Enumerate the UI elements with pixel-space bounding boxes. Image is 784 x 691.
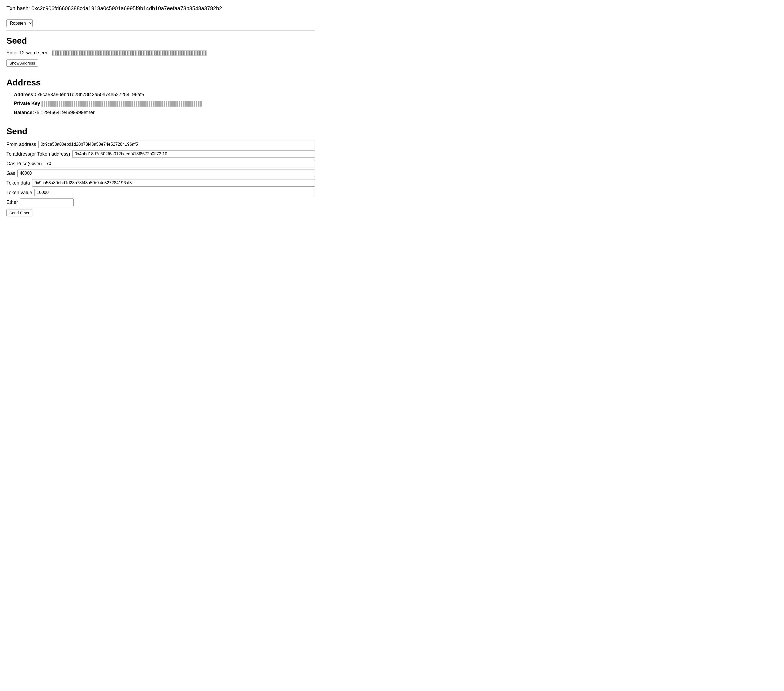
send-section: Send From address To address(or Token ad… — [7, 126, 315, 216]
address-item-1: Address:0x9ca53a80ebd1d28b78f43a50e74e52… — [14, 92, 315, 115]
seed-label: Enter 12-word seed — [7, 50, 48, 56]
gas-price-input[interactable] — [44, 160, 315, 167]
balance-value: 75.1294664194699999ether — [34, 110, 94, 115]
from-address-row: From address — [7, 140, 315, 148]
private-key-masked — [41, 101, 202, 107]
send-title: Send — [7, 126, 315, 136]
gas-price-row: Gas Price(Gwei) — [7, 160, 315, 167]
txn-hash-value: 0xc2c906fd6606388cda1918a0c5901a6995f9b1… — [31, 5, 222, 11]
token-value-input[interactable] — [34, 189, 315, 196]
seed-masked-input — [52, 50, 207, 56]
to-address-row: To address(or Token address) — [7, 150, 315, 158]
ether-row: Ether — [7, 198, 315, 206]
balance-label: Balance: — [14, 110, 34, 115]
address-title: Address — [7, 78, 315, 87]
ether-label: Ether — [7, 200, 18, 205]
divider-1 — [7, 16, 315, 16]
txn-hash: Txn hash: 0xc2c906fd6606388cda1918a0c590… — [7, 5, 315, 12]
token-value-row: Token value — [7, 189, 315, 196]
send-ether-button[interactable]: Send Ether — [7, 209, 32, 216]
gas-label: Gas — [7, 171, 15, 176]
show-address-button[interactable]: Show Address — [7, 59, 38, 67]
network-selector-wrapper: Ropsten Mainnet Rinkeby Kovan — [7, 19, 315, 27]
seed-input-row: Enter 12-word seed — [7, 50, 315, 56]
token-data-input[interactable] — [32, 179, 315, 187]
ether-input[interactable] — [20, 198, 74, 206]
address-section: Address Address:0x9ca53a80ebd1d28b78f43a… — [7, 78, 315, 115]
to-address-label: To address(or Token address) — [7, 151, 70, 157]
seed-title: Seed — [7, 36, 315, 46]
network-select[interactable]: Ropsten Mainnet Rinkeby Kovan — [7, 19, 33, 27]
from-address-label: From address — [7, 142, 36, 147]
private-key-line: Private Key — [14, 101, 315, 107]
to-address-input[interactable] — [72, 150, 315, 158]
seed-section: Seed Enter 12-word seed Show Address — [7, 36, 315, 67]
address-field-label: Address: — [14, 92, 35, 97]
token-value-label: Token value — [7, 190, 32, 196]
txn-hash-label: Txn hash: — [7, 5, 30, 11]
token-data-label: Token data — [7, 180, 30, 186]
from-address-input[interactable] — [38, 140, 315, 148]
address-line-1: Address:0x9ca53a80ebd1d28b78f43a50e74e52… — [14, 92, 315, 97]
balance-line: Balance:75.1294664194699999ether — [14, 110, 315, 115]
gas-price-label: Gas Price(Gwei) — [7, 161, 42, 167]
gas-input[interactable] — [17, 170, 315, 177]
divider-4 — [7, 121, 315, 121]
address-field-value: 0x9ca53a80ebd1d28b78f43a50e74e527284196a… — [35, 92, 144, 97]
gas-row: Gas — [7, 170, 315, 177]
private-key-label: Private Key — [14, 101, 40, 106]
address-list: Address:0x9ca53a80ebd1d28b78f43a50e74e52… — [7, 92, 315, 115]
divider-2 — [7, 30, 315, 31]
token-data-row: Token data — [7, 179, 315, 187]
